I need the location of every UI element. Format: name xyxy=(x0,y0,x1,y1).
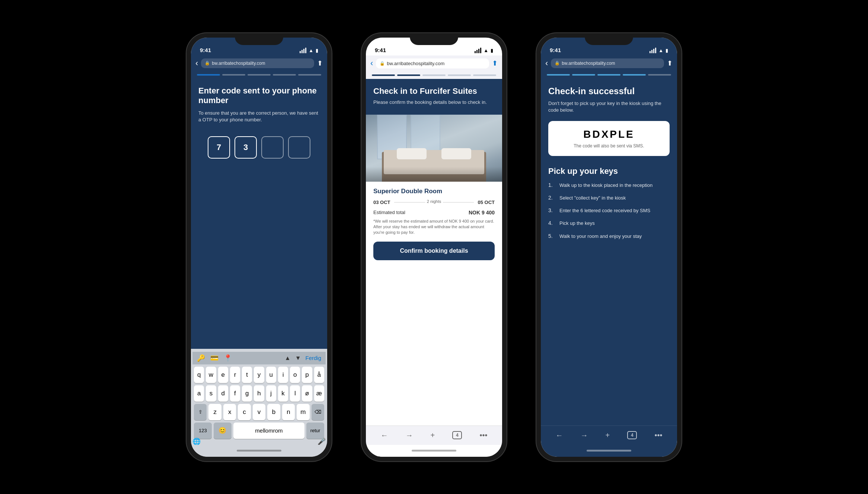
kb-d[interactable]: d xyxy=(218,385,228,402)
kb-x[interactable]: x xyxy=(223,404,236,420)
kb-bottom-row: 123 😊 mellomrom retur xyxy=(192,423,326,439)
kb-delete[interactable]: ⌫ xyxy=(312,404,324,420)
mic-icon[interactable]: 🎤 xyxy=(317,437,326,445)
kb-g[interactable]: g xyxy=(242,385,252,402)
kb-l[interactable]: l xyxy=(290,385,300,402)
step-num-5: 5. xyxy=(548,233,556,239)
kb-n[interactable]: n xyxy=(282,404,295,420)
tab-count-2[interactable]: 4 xyxy=(452,431,462,439)
phone-1: 9:41 ▲ ▮ ‹ 🔒 bw.arribatechospitality.com… xyxy=(186,33,332,461)
home-indicator-2 xyxy=(366,445,502,457)
kb-k[interactable]: k xyxy=(278,385,288,402)
browser-bottom-3: ← → + 4 ••• xyxy=(541,426,677,445)
checkout-date: 05 OCT xyxy=(478,200,495,205)
success-subtitle: Don't forget to pick up your key in the … xyxy=(548,100,670,114)
back-btn-3[interactable]: ‹ xyxy=(545,59,548,67)
share-btn-1[interactable]: ⬆ xyxy=(317,59,323,67)
kb-123[interactable]: 123 xyxy=(194,423,212,439)
kb-aa[interactable]: å xyxy=(314,367,324,383)
new-tab-btn-3[interactable]: + xyxy=(606,431,610,440)
key-step-4: 4. Pick up the keys xyxy=(548,220,670,227)
confirm-booking-btn[interactable]: Confirm booking details xyxy=(373,242,495,260)
code-card: BDXPLE The code will also be sent via SM… xyxy=(548,121,670,156)
date-row: 03 OCT 2 nights 05 OCT xyxy=(373,200,495,205)
kb-toolbar-right: ▲ ▼ Ferdig xyxy=(285,355,321,361)
success-title: Check-in successful xyxy=(548,86,670,96)
otp-digit-1[interactable]: 7 xyxy=(208,136,230,159)
globe-icon[interactable]: 🌐 xyxy=(192,437,201,445)
kb-done-btn[interactable]: Ferdig xyxy=(305,355,321,361)
status-time-3: 9:41 xyxy=(550,47,561,53)
otp-title: Enter code sent to your phone number xyxy=(198,86,320,106)
status-icons-2: ▲ ▮ xyxy=(475,48,493,53)
back-arrow-btn-2[interactable]: ← xyxy=(381,431,388,440)
back-btn-1[interactable]: ‹ xyxy=(195,59,198,67)
otp-digit-2[interactable]: 3 xyxy=(234,136,257,159)
step-text-5: Walk to your room and enjoy your stay xyxy=(559,233,642,240)
battery-icon-2: ▮ xyxy=(491,48,493,53)
room-name: Superior Double Room xyxy=(373,188,495,195)
kb-v[interactable]: v xyxy=(253,404,265,420)
kb-t[interactable]: t xyxy=(242,367,252,383)
progress-bar-2 xyxy=(366,71,502,79)
key-step-5: 5. Walk to your room and enjoy your stay xyxy=(548,233,670,240)
url-bar-3[interactable]: 🔒 bw.arribatechospitality.com xyxy=(551,58,664,68)
kb-p[interactable]: p xyxy=(302,367,312,383)
room-code: BDXPLE xyxy=(556,128,662,140)
step-num-3: 3. xyxy=(548,207,556,213)
new-tab-btn-2[interactable]: + xyxy=(431,431,435,440)
checkin-subtitle: Please confirm the booking details below… xyxy=(373,99,495,106)
back-btn-2[interactable]: ‹ xyxy=(370,59,373,67)
otp-digit-4[interactable] xyxy=(288,136,310,159)
kb-c[interactable]: c xyxy=(238,404,250,420)
kb-f[interactable]: f xyxy=(230,385,240,402)
kb-b[interactable]: b xyxy=(267,404,280,420)
kb-e[interactable]: e xyxy=(218,367,228,383)
kb-w[interactable]: w xyxy=(206,367,216,383)
forward-arrow-btn-3[interactable]: → xyxy=(581,431,588,440)
nights-badge: 2 nights xyxy=(425,199,443,204)
kb-emoji[interactable]: 😊 xyxy=(214,423,232,439)
kb-a[interactable]: a xyxy=(194,385,204,402)
kb-m[interactable]: m xyxy=(297,404,309,420)
estimated-total-amount: NOK 9 400 xyxy=(469,210,495,216)
url-bar-2[interactable]: 🔒 bw.arribatechospitality.com xyxy=(376,58,489,68)
more-btn-2[interactable]: ••• xyxy=(479,431,487,440)
kb-z[interactable]: z xyxy=(208,404,221,420)
kb-r[interactable]: r xyxy=(230,367,240,383)
url-bar-1[interactable]: 🔒 bw.arribatechospitality.com xyxy=(201,58,314,68)
url-text-3: bw.arribatechospitality.com xyxy=(562,61,615,66)
kb-i[interactable]: i xyxy=(278,367,288,383)
kb-oslash[interactable]: ø xyxy=(302,385,312,402)
kb-u[interactable]: u xyxy=(266,367,276,383)
success-screen: Check-in successful Don't forget to pick… xyxy=(541,79,677,426)
share-btn-3[interactable]: ⬆ xyxy=(667,59,673,67)
otp-digit-3[interactable] xyxy=(261,136,284,159)
otp-screen: Enter code sent to your phone number To … xyxy=(191,79,327,445)
back-arrow-btn-3[interactable]: ← xyxy=(556,431,563,440)
share-btn-2[interactable]: ⬆ xyxy=(492,59,498,67)
kb-return[interactable]: retur xyxy=(306,423,324,439)
more-btn-3[interactable]: ••• xyxy=(654,431,662,440)
card-icon: 💳 xyxy=(210,354,218,362)
tab-count-3[interactable]: 4 xyxy=(627,431,637,439)
progress-bar-1 xyxy=(191,71,327,79)
home-indicator-1 xyxy=(191,445,327,457)
kb-q[interactable]: q xyxy=(194,367,204,383)
kb-space[interactable]: mellomrom xyxy=(233,423,304,439)
forward-arrow-btn-2[interactable]: → xyxy=(406,431,413,440)
estimated-total-label: Estimated total xyxy=(373,210,405,215)
kb-s[interactable]: s xyxy=(206,385,216,402)
kb-h[interactable]: h xyxy=(254,385,264,402)
phone-2: 9:41 ▲ ▮ ‹ 🔒 bw.arribatechospitality.com… xyxy=(361,33,507,461)
kb-y[interactable]: y xyxy=(254,367,264,383)
phone-3: 9:41 ▲ ▮ ‹ 🔒 bw.arribatechospitality.com… xyxy=(536,33,682,461)
kb-prev[interactable]: ▲ xyxy=(285,355,291,361)
kb-ae[interactable]: æ xyxy=(314,385,324,402)
kb-shift[interactable]: ⇧ xyxy=(194,404,207,420)
kb-next[interactable]: ▼ xyxy=(295,355,301,361)
kb-o[interactable]: o xyxy=(290,367,300,383)
kb-j[interactable]: j xyxy=(266,385,276,402)
step-text-4: Pick up the keys xyxy=(559,220,595,227)
step-num-1: 1. xyxy=(548,182,556,188)
